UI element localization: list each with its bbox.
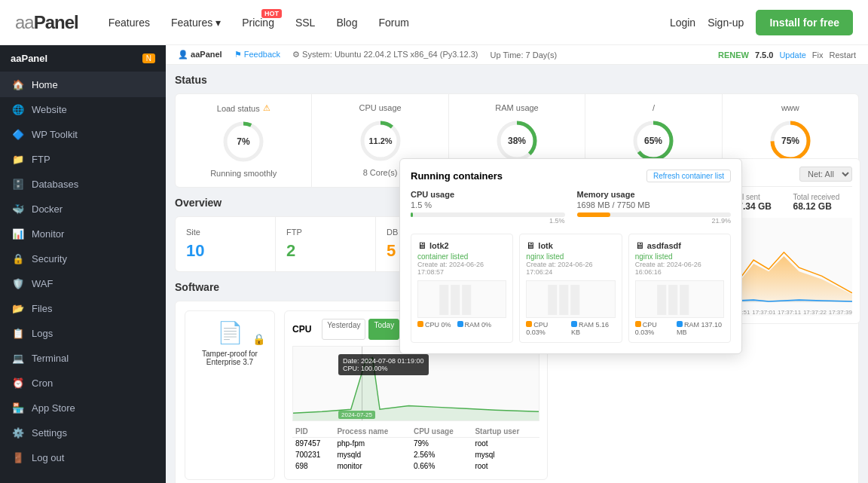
container-name-2: lotk (538, 241, 553, 250)
restart-link[interactable]: Restart (830, 50, 856, 60)
sidebar-item-label: Website (32, 104, 67, 115)
update-link[interactable]: Update (779, 50, 805, 60)
nav-pricing[interactable]: Pricing (242, 17, 274, 29)
gauge-disk1: 65% (594, 118, 712, 164)
sidebar-item-website[interactable]: 🌐 Website (0, 97, 166, 122)
net-select[interactable]: Net: All (799, 167, 852, 182)
nav-blog[interactable]: Blog (336, 17, 357, 29)
overview-label-ftp: FTP (286, 228, 365, 237)
mem-progress-pct-label: 21.9% (577, 217, 732, 225)
col-pid: PID (292, 426, 334, 438)
mem-usage-label: Memory usage (577, 190, 732, 199)
status-sub-load: Running smoothly (185, 169, 302, 178)
btn-install[interactable]: Install for free (756, 10, 853, 35)
security-icon: 🔒 (12, 253, 24, 264)
svg-rect-19 (462, 285, 471, 315)
software-app-name: Tamper-proof for Enterprise 3.7 (194, 350, 265, 366)
tab-today[interactable]: Today (368, 319, 399, 340)
top-nav: aaPanel Features Features ▾ Pricing HOT … (0, 0, 868, 45)
sidebar-item-label: Monitor (32, 228, 64, 240)
sidebar-item-cron[interactable]: ⏰ Cron (0, 371, 166, 396)
nav-forum[interactable]: Forum (378, 17, 408, 29)
cpu-mini-chart: Date: 2024-07-08 01:19:00 CPU: 100.00% 2… (292, 346, 539, 421)
sidebar-item-logs[interactable]: 📋 Logs (0, 321, 166, 346)
svg-rect-25 (680, 285, 689, 315)
fix-link[interactable]: Fix (812, 50, 824, 60)
software-app-card[interactable]: 📄🔒 Tamper-proof for Enterprise 3.7 (185, 310, 275, 480)
system-info: ⚙ System: Ubuntu 22.04.2 LTS x86_64 (Py3… (292, 50, 478, 60)
sidebar-item-home[interactable]: 🏠 Home (0, 72, 166, 97)
gauge-www: 75% (732, 118, 849, 164)
settings-icon: ⚙️ (12, 427, 24, 439)
sidebar-item-terminal[interactable]: 💻 Terminal (0, 346, 166, 371)
sidebar-logo: aaPanel (11, 53, 142, 64)
sidebar-item-docker[interactable]: 🐳 Docker (0, 197, 166, 222)
sidebar-item-settings[interactable]: ⚙️ Settings (0, 420, 166, 445)
col-user: Startup user (472, 426, 539, 438)
container-icon-1: 🖥 (417, 240, 426, 251)
sidebar-item-label: Databases (32, 179, 78, 190)
container-date-2: Create at: 2024-06-26 17:06:24 (526, 261, 615, 276)
sidebar-item-databases[interactable]: 🗄️ Databases (0, 172, 166, 197)
svg-rect-18 (451, 285, 460, 315)
mem-usage-val: 1698 MB / 7750 MB (577, 200, 732, 209)
sidebar-badge: N (142, 53, 155, 63)
sidebar-item-ftp[interactable]: 📁 FTP (0, 147, 166, 172)
sidebar-item-wptoolkit[interactable]: 🔷 WP Toolkit (0, 122, 166, 147)
status-label-load: Load status ⚠ (185, 103, 302, 113)
waf-icon: 🛡️ (12, 278, 24, 289)
nav-features[interactable]: Features (108, 17, 150, 29)
sidebar: aaPanel N 🏠 Home 🌐 Website 🔷 WP Toolkit … (0, 45, 166, 483)
hot-badge: HOT (261, 9, 282, 18)
terminal-icon: 💻 (12, 353, 24, 364)
container-date-1: Create at: 2024-06-26 17:08:57 (417, 261, 506, 276)
gauge-load: 7% (185, 119, 302, 164)
sidebar-item-label: Home (32, 79, 58, 90)
sidebar-item-monitor[interactable]: 📊 Monitor (0, 222, 166, 246)
svg-rect-24 (668, 285, 677, 315)
container-card-3[interactable]: 🖥 asdfasdf nginx listed Create at: 2024-… (628, 234, 731, 343)
cpu-chart-title: CPU (292, 324, 311, 335)
running-containers-overlay: Running containers Refresh container lis… (399, 158, 742, 354)
uptime: Up Time: 7 Day(s) (490, 50, 557, 60)
panel-header-left: 👤 aaPanel ⚑ Feedback ⚙ System: Ubuntu 22… (178, 50, 557, 60)
sidebar-item-label: WP Toolkit (32, 129, 78, 140)
chart-tooltip: Date: 2024-07-08 01:19:00 CPU: 100.00% (338, 354, 429, 375)
container-chart-2 (526, 280, 615, 318)
chart-date-label: 2024-07-25 (338, 411, 375, 419)
btn-login[interactable]: Login (670, 17, 695, 29)
svg-text:38%: 38% (508, 136, 526, 146)
panel-header: 👤 aaPanel ⚑ Feedback ⚙ System: Ubuntu 22… (166, 45, 868, 65)
total-recv-val: 68.12 GB (793, 201, 853, 212)
tab-yesterday[interactable]: Yesterday (322, 319, 365, 340)
process-table: PID Process name CPU usage Startup user … (292, 426, 539, 472)
containers-list: 🖥 lotk2 container listed Create at: 2024… (411, 234, 731, 343)
container-card-2[interactable]: 🖥 lotk nginx listed Create at: 2024-06-2… (519, 234, 622, 343)
overview-label-site: Site (186, 228, 264, 237)
container-card-1[interactable]: 🖥 lotk2 container listed Create at: 2024… (411, 234, 513, 343)
overview-card-site: Site 10 (176, 217, 275, 271)
sidebar-item-logout[interactable]: 🚪 Log out (0, 445, 166, 470)
sidebar-item-files[interactable]: 📂 Files (0, 296, 166, 321)
sidebar-header: aaPanel N (0, 45, 166, 72)
sidebar-item-label: FTP (32, 154, 50, 165)
software-app-icon: 📄🔒 (194, 320, 265, 345)
container-icon-2: 🖥 (526, 240, 535, 251)
nav-features-label[interactable]: Features ▾ (171, 17, 221, 29)
sidebar-item-security[interactable]: 🔒 Security (0, 246, 166, 271)
overlay-title: Running containers Refresh container lis… (411, 170, 731, 182)
btn-signup[interactable]: Sign-up (708, 17, 744, 29)
overview-card-ftp: FTP 2 (276, 217, 375, 271)
sidebar-item-waf[interactable]: 🛡️ WAF (0, 271, 166, 296)
refresh-container-btn[interactable]: Refresh container list (646, 170, 731, 182)
feedback-link[interactable]: ⚑ Feedback (234, 50, 280, 60)
appstore-icon: 🏪 (12, 402, 24, 414)
renew-btn[interactable]: RENEW (718, 50, 749, 60)
sidebar-item-label: Docker (32, 203, 63, 215)
logo[interactable]: aaPanel (15, 12, 78, 33)
status-label-cpu: CPU usage (321, 103, 439, 112)
sidebar-item-appstore[interactable]: 🏪 App Store (0, 396, 166, 420)
container-status-2: nginx listed (526, 252, 615, 261)
nav-ssl[interactable]: SSL (295, 17, 315, 29)
sidebar-item-label: WAF (32, 278, 53, 289)
